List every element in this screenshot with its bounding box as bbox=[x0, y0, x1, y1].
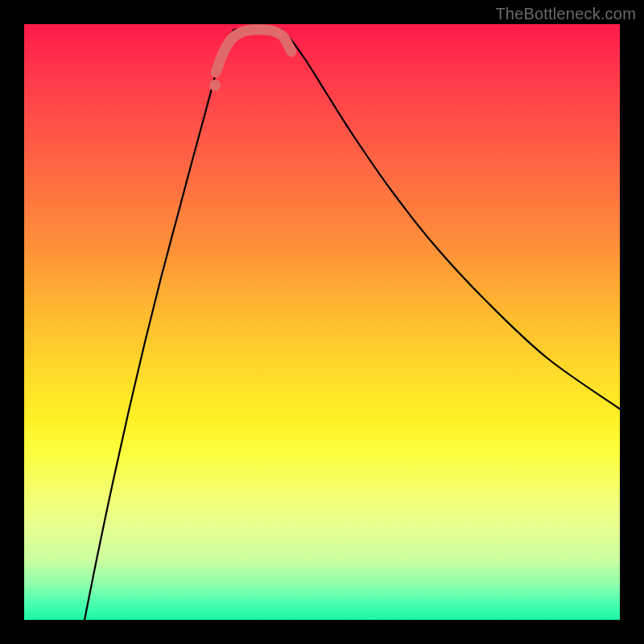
watermark: TheBottleneck.com bbox=[495, 5, 636, 23]
curve-right-curve bbox=[282, 30, 620, 409]
dot-left bbox=[209, 80, 221, 91]
curve-left-curve bbox=[85, 30, 234, 620]
chart-frame: TheBottleneck.com bbox=[0, 0, 644, 644]
curve-bottom-highlight bbox=[216, 30, 291, 72]
curves-svg bbox=[24, 24, 620, 620]
plot-area bbox=[24, 24, 620, 620]
